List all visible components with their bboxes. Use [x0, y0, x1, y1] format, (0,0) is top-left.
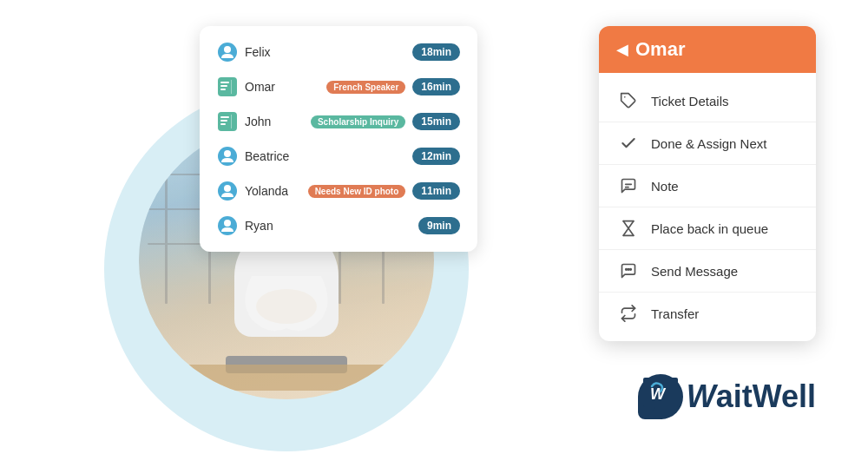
ticket-icon: [217, 76, 238, 97]
svg-text:W: W: [650, 385, 667, 403]
svg-rect-0: [165, 130, 168, 304]
action-item-label: Transfer: [651, 306, 699, 321]
action-item-place-back[interactable]: Place back in queue: [599, 207, 816, 250]
action-menu-items: Ticket Details Done & Assign Next Note P…: [599, 73, 816, 341]
person-icon: [217, 42, 238, 63]
hourglass-icon: [616, 216, 641, 240]
queue-row[interactable]: YolandaNeeds New ID photo11min: [210, 175, 467, 207]
svg-point-28: [224, 185, 231, 192]
queue-person-name: John: [245, 115, 311, 128]
queue-wait-time: 16min: [412, 78, 460, 95]
svg-rect-20: [218, 112, 237, 131]
queue-row[interactable]: OmarFrench Speaker16min: [210, 71, 467, 102]
action-item-send-message[interactable]: Send Message: [599, 250, 816, 293]
message-icon: [616, 259, 641, 283]
queue-wait-time: 9min: [418, 217, 460, 234]
action-item-transfer[interactable]: Transfer: [599, 293, 816, 334]
note-icon: [616, 174, 641, 198]
svg-rect-17: [220, 85, 227, 87]
action-item-note[interactable]: Note: [599, 165, 816, 207]
svg-rect-19: [231, 80, 232, 94]
logo-container: W WaitWell: [638, 374, 816, 419]
action-menu-title: Omar: [635, 38, 685, 61]
action-item-ticket-details[interactable]: Ticket Details: [599, 80, 816, 122]
svg-point-14: [224, 46, 231, 53]
action-item-label: Place back in queue: [651, 221, 768, 236]
tag-icon: [616, 89, 641, 113]
action-menu-header: ◀ Omar: [599, 26, 816, 73]
svg-rect-15: [218, 77, 237, 96]
svg-rect-16: [220, 82, 229, 83]
person-icon: [217, 181, 238, 201]
svg-rect-18: [220, 89, 226, 90]
queue-person-name: Omar: [245, 80, 326, 94]
ticket-icon: [217, 111, 238, 132]
queue-tag: French Speaker: [326, 81, 405, 94]
action-item-label: Done & Assign Next: [651, 136, 766, 151]
action-item-label: Note: [651, 179, 679, 194]
queue-row[interactable]: Ryan9min: [210, 210, 467, 241]
svg-rect-22: [220, 120, 227, 122]
action-menu-card: ◀ Omar Ticket Details Done & Assign Next…: [599, 26, 816, 341]
queue-card: Felix18min OmarFrench Speaker16min JohnS…: [200, 26, 477, 252]
queue-person-name: Ryan: [245, 219, 418, 233]
svg-point-35: [628, 269, 629, 271]
queue-wait-time: 11min: [412, 182, 460, 200]
check-icon: [616, 131, 641, 155]
queue-tag: Scholarship Inquiry: [311, 115, 405, 128]
queue-wait-time: 18min: [412, 43, 460, 61]
queue-row[interactable]: Beatrice12min: [210, 141, 467, 172]
svg-rect-23: [220, 123, 226, 125]
svg-rect-21: [220, 116, 229, 118]
svg-point-36: [630, 269, 632, 271]
action-item-label: Ticket Details: [651, 94, 728, 109]
person-icon: [217, 215, 238, 236]
queue-person-name: Felix: [245, 45, 412, 59]
person-icon: [217, 146, 238, 167]
svg-point-30: [224, 220, 231, 227]
svg-rect-24: [231, 115, 232, 128]
svg-point-34: [626, 269, 628, 271]
queue-row[interactable]: JohnScholarship Inquiry15min: [210, 106, 467, 137]
queue-tag: Needs New ID photo: [308, 185, 406, 198]
action-item-label: Send Message: [651, 264, 738, 279]
queue-row[interactable]: Felix18min: [210, 36, 467, 68]
transfer-icon: [616, 301, 641, 326]
logo-icon: W: [638, 374, 683, 419]
queue-person-name: Beatrice: [245, 149, 412, 163]
svg-point-26: [224, 150, 231, 157]
queue-person-name: Yolanda: [245, 184, 308, 198]
action-item-done-assign[interactable]: Done & Assign Next: [599, 122, 816, 165]
header-arrow-icon: ◀: [616, 40, 628, 59]
queue-wait-time: 15min: [412, 113, 460, 130]
logo-text: WaitWell: [687, 378, 816, 415]
queue-wait-time: 12min: [412, 148, 460, 165]
